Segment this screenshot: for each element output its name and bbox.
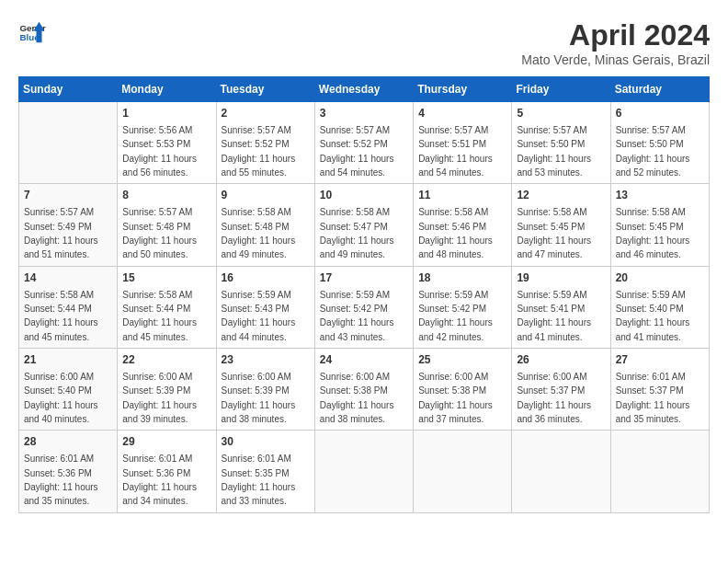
calendar-cell: [512, 431, 610, 512]
day-info: Sunrise: 5:57 AM Sunset: 5:48 PM Dayligh…: [122, 207, 197, 259]
day-number: 27: [616, 352, 704, 368]
calendar-cell: 2Sunrise: 5:57 AM Sunset: 5:52 PM Daylig…: [216, 102, 314, 184]
day-info: Sunrise: 5:56 AM Sunset: 5:53 PM Dayligh…: [122, 125, 197, 178]
month-title: April 2024: [521, 18, 710, 52]
calendar-cell: 13Sunrise: 5:58 AM Sunset: 5:45 PM Dayli…: [610, 184, 709, 266]
day-info: Sunrise: 5:59 AM Sunset: 5:40 PM Dayligh…: [616, 290, 690, 342]
day-info: Sunrise: 6:00 AM Sunset: 5:37 PM Dayligh…: [517, 372, 591, 424]
calendar-cell: 5Sunrise: 5:57 AM Sunset: 5:50 PM Daylig…: [512, 102, 610, 184]
day-info: Sunrise: 5:58 AM Sunset: 5:45 PM Dayligh…: [517, 207, 591, 259]
day-info: Sunrise: 5:59 AM Sunset: 5:43 PM Dayligh…: [222, 290, 296, 342]
day-info: Sunrise: 5:57 AM Sunset: 5:51 PM Dayligh…: [418, 125, 493, 178]
day-info: Sunrise: 5:57 AM Sunset: 5:50 PM Dayligh…: [517, 125, 591, 178]
calendar-cell: 22Sunrise: 6:00 AM Sunset: 5:39 PM Dayli…: [118, 349, 216, 431]
day-info: Sunrise: 6:00 AM Sunset: 5:38 PM Dayligh…: [320, 372, 394, 424]
calendar-cell: [610, 431, 709, 512]
day-number: 15: [122, 270, 210, 286]
calendar-cell: 18Sunrise: 5:59 AM Sunset: 5:42 PM Dayli…: [414, 266, 512, 348]
day-info: Sunrise: 5:58 AM Sunset: 5:48 PM Dayligh…: [222, 207, 296, 259]
calendar-cell: [414, 431, 512, 512]
calendar-cell: 8Sunrise: 5:57 AM Sunset: 5:48 PM Daylig…: [118, 184, 216, 266]
calendar-cell: 25Sunrise: 6:00 AM Sunset: 5:38 PM Dayli…: [414, 349, 512, 431]
day-info: Sunrise: 5:57 AM Sunset: 5:49 PM Dayligh…: [24, 207, 98, 259]
logo-icon: General Blue: [18, 18, 46, 46]
calendar-cell: [314, 431, 413, 512]
calendar-cell: 17Sunrise: 5:59 AM Sunset: 5:42 PM Dayli…: [314, 266, 413, 348]
day-info: Sunrise: 6:00 AM Sunset: 5:39 PM Dayligh…: [222, 372, 296, 424]
calendar-cell: 30Sunrise: 6:01 AM Sunset: 5:35 PM Dayli…: [216, 431, 314, 512]
calendar-cell: 7Sunrise: 5:57 AM Sunset: 5:49 PM Daylig…: [19, 184, 118, 266]
weekday-header-thursday: Thursday: [414, 77, 512, 102]
day-info: Sunrise: 5:59 AM Sunset: 5:42 PM Dayligh…: [320, 290, 394, 342]
day-number: 28: [24, 434, 112, 450]
calendar-cell: 12Sunrise: 5:58 AM Sunset: 5:45 PM Dayli…: [512, 184, 610, 266]
logo: General Blue: [18, 18, 46, 46]
calendar-cell: 14Sunrise: 5:58 AM Sunset: 5:44 PM Dayli…: [19, 266, 118, 348]
calendar-cell: 19Sunrise: 5:59 AM Sunset: 5:41 PM Dayli…: [512, 266, 610, 348]
day-number: 1: [122, 106, 210, 121]
calendar-cell: 24Sunrise: 6:00 AM Sunset: 5:38 PM Dayli…: [314, 349, 413, 431]
day-number: 24: [320, 352, 408, 368]
day-number: 2: [222, 106, 310, 121]
weekday-header-friday: Friday: [512, 77, 610, 102]
calendar-table: SundayMondayTuesdayWednesdayThursdayFrid…: [18, 76, 710, 513]
calendar-cell: 16Sunrise: 5:59 AM Sunset: 5:43 PM Dayli…: [216, 266, 314, 348]
weekday-header-sunday: Sunday: [19, 77, 118, 102]
day-number: 14: [24, 270, 112, 286]
calendar-cell: 3Sunrise: 5:57 AM Sunset: 5:52 PM Daylig…: [314, 102, 413, 184]
day-info: Sunrise: 6:00 AM Sunset: 5:40 PM Dayligh…: [24, 372, 98, 424]
day-number: 7: [24, 188, 112, 203]
calendar-cell: 27Sunrise: 6:01 AM Sunset: 5:37 PM Dayli…: [610, 349, 709, 431]
calendar-cell: 6Sunrise: 5:57 AM Sunset: 5:50 PM Daylig…: [610, 102, 709, 184]
calendar-cell: 1Sunrise: 5:56 AM Sunset: 5:53 PM Daylig…: [118, 102, 216, 184]
day-number: 3: [320, 106, 408, 121]
location: Mato Verde, Minas Gerais, Brazil: [521, 52, 710, 67]
day-number: 16: [222, 270, 310, 286]
day-number: 21: [24, 352, 112, 368]
calendar-cell: 20Sunrise: 5:59 AM Sunset: 5:40 PM Dayli…: [610, 266, 709, 348]
day-number: 11: [418, 188, 506, 203]
day-info: Sunrise: 6:01 AM Sunset: 5:35 PM Dayligh…: [222, 454, 296, 506]
day-info: Sunrise: 6:00 AM Sunset: 5:38 PM Dayligh…: [418, 372, 493, 424]
calendar-cell: 10Sunrise: 5:58 AM Sunset: 5:47 PM Dayli…: [314, 184, 413, 266]
day-info: Sunrise: 5:58 AM Sunset: 5:44 PM Dayligh…: [122, 290, 197, 342]
calendar-cell: 26Sunrise: 6:00 AM Sunset: 5:37 PM Dayli…: [512, 349, 610, 431]
weekday-header-monday: Monday: [118, 77, 216, 102]
day-number: 12: [517, 188, 605, 203]
day-info: Sunrise: 5:59 AM Sunset: 5:41 PM Dayligh…: [517, 290, 591, 342]
day-info: Sunrise: 6:01 AM Sunset: 5:36 PM Dayligh…: [24, 454, 98, 506]
day-info: Sunrise: 5:58 AM Sunset: 5:45 PM Dayligh…: [616, 207, 690, 259]
calendar-cell: 9Sunrise: 5:58 AM Sunset: 5:48 PM Daylig…: [216, 184, 314, 266]
weekday-header-tuesday: Tuesday: [216, 77, 314, 102]
day-info: Sunrise: 6:00 AM Sunset: 5:39 PM Dayligh…: [122, 372, 197, 424]
day-info: Sunrise: 5:58 AM Sunset: 5:44 PM Dayligh…: [24, 290, 98, 342]
day-number: 8: [122, 188, 210, 203]
calendar-cell: 11Sunrise: 5:58 AM Sunset: 5:46 PM Dayli…: [414, 184, 512, 266]
day-number: 22: [122, 352, 210, 368]
day-number: 18: [418, 270, 506, 286]
day-info: Sunrise: 5:59 AM Sunset: 5:42 PM Dayligh…: [418, 290, 493, 342]
day-info: Sunrise: 5:57 AM Sunset: 5:52 PM Dayligh…: [320, 125, 394, 178]
calendar-cell: 4Sunrise: 5:57 AM Sunset: 5:51 PM Daylig…: [414, 102, 512, 184]
calendar-cell: 29Sunrise: 6:01 AM Sunset: 5:36 PM Dayli…: [118, 431, 216, 512]
day-number: 13: [616, 188, 704, 203]
calendar-cell: 23Sunrise: 6:00 AM Sunset: 5:39 PM Dayli…: [216, 349, 314, 431]
day-number: 6: [616, 106, 704, 121]
day-number: 29: [122, 434, 210, 450]
calendar-cell: 21Sunrise: 6:00 AM Sunset: 5:40 PM Dayli…: [19, 349, 118, 431]
day-number: 23: [222, 352, 310, 368]
day-info: Sunrise: 5:58 AM Sunset: 5:46 PM Dayligh…: [418, 207, 493, 259]
day-number: 19: [517, 270, 605, 286]
day-number: 9: [222, 188, 310, 203]
page-header: General Blue April 2024 Mato Verde, Mina…: [18, 18, 710, 67]
calendar-cell: [19, 102, 118, 184]
day-info: Sunrise: 5:57 AM Sunset: 5:52 PM Dayligh…: [222, 125, 296, 178]
calendar-cell: 15Sunrise: 5:58 AM Sunset: 5:44 PM Dayli…: [118, 266, 216, 348]
title-block: April 2024 Mato Verde, Minas Gerais, Bra…: [521, 18, 710, 67]
day-number: 20: [616, 270, 704, 286]
day-info: Sunrise: 5:57 AM Sunset: 5:50 PM Dayligh…: [616, 125, 690, 178]
weekday-header-wednesday: Wednesday: [314, 77, 413, 102]
day-info: Sunrise: 6:01 AM Sunset: 5:36 PM Dayligh…: [122, 454, 197, 506]
day-number: 17: [320, 270, 408, 286]
day-number: 25: [418, 352, 506, 368]
